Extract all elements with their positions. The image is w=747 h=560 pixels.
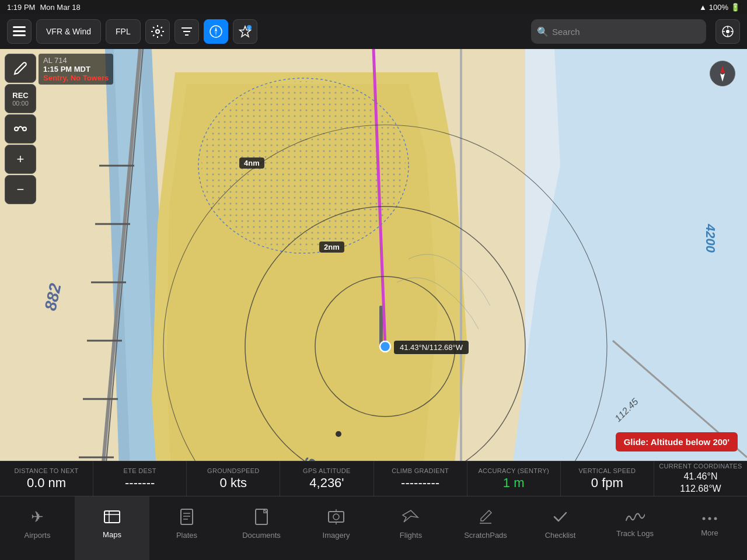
filter-button[interactable] bbox=[174, 19, 199, 44]
vertical-speed-cell: Vertical Speed 0 fpm bbox=[561, 461, 654, 496]
search-input[interactable] bbox=[531, 19, 706, 44]
svg-rect-57 bbox=[104, 511, 120, 523]
distance-to-next-label: Distance to Next bbox=[15, 467, 79, 474]
2nm-label: 2nm bbox=[319, 242, 344, 253]
imagery-label: Imagery bbox=[323, 531, 350, 540]
glide-alert: Glide: Altitude below 200' bbox=[616, 432, 738, 452]
tab-flights[interactable]: Flights bbox=[374, 496, 448, 560]
zoom-out-button[interactable]: − bbox=[5, 175, 36, 204]
vertical-speed-value: 0 fpm bbox=[591, 475, 623, 491]
climb-gradient-cell: Climb Gradient --------- bbox=[374, 461, 467, 496]
tab-checklist[interactable]: Checklist bbox=[523, 496, 598, 560]
imagery-icon bbox=[327, 508, 345, 528]
more-label: More bbox=[701, 528, 718, 537]
zoom-in-button[interactable]: + bbox=[5, 145, 36, 174]
layers-button[interactable] bbox=[7, 19, 32, 44]
status-left: 1:19 PM Mon Mar 18 bbox=[7, 3, 81, 12]
rec-button[interactable]: REC 00:00 bbox=[5, 84, 36, 113]
tab-bar: ✈ Airports Maps Plates bbox=[0, 496, 747, 560]
svg-point-68 bbox=[703, 517, 706, 520]
rec-label: REC bbox=[12, 91, 28, 100]
recent-button[interactable]: t bbox=[233, 19, 257, 44]
svg-point-3 bbox=[156, 30, 159, 33]
documents-icon bbox=[253, 508, 270, 528]
tab-imagery[interactable]: Imagery bbox=[299, 496, 374, 560]
battery-icon: 🔋 bbox=[731, 3, 740, 12]
groundspeed-value: 0 kts bbox=[220, 475, 247, 491]
svg-point-51 bbox=[336, 431, 341, 437]
climb-gradient-value: --------- bbox=[401, 475, 439, 491]
gps-altitude-label: GPS Altitude bbox=[303, 467, 351, 474]
gps-altitude-value: 4,236' bbox=[309, 475, 344, 491]
accuracy-label: Accuracy (Sentry) bbox=[478, 467, 549, 474]
map-view[interactable]: 882 4666 4200 112.45 4nm 2nm 41.43°N/112… bbox=[0, 49, 747, 461]
svg-point-69 bbox=[708, 517, 711, 520]
coordinate-tooltip: 41.43°N/112.68°W bbox=[394, 341, 469, 354]
svg-point-14 bbox=[726, 30, 729, 33]
accuracy-cell: Accuracy (Sentry) 1 m bbox=[467, 461, 561, 496]
svg-point-46 bbox=[380, 341, 390, 352]
svg-marker-9 bbox=[215, 32, 217, 36]
compass-button[interactable] bbox=[204, 19, 228, 44]
map-canvas: 882 4666 4200 112.45 bbox=[0, 49, 747, 461]
svg-rect-2 bbox=[13, 34, 26, 36]
search-icon: 🔍 bbox=[537, 26, 549, 37]
left-controls: REC 00:00 + − bbox=[0, 49, 41, 209]
4nm-label: 4nm bbox=[239, 158, 264, 169]
tracklogs-label: Track Logs bbox=[616, 529, 654, 538]
plates-label: Plates bbox=[176, 531, 197, 540]
maps-icon bbox=[103, 509, 121, 528]
tab-plates[interactable]: Plates bbox=[149, 496, 224, 560]
info-bar: Distance to Next 0.0 nm ETE Dest -------… bbox=[0, 461, 747, 496]
climb-gradient-label: Climb Gradient bbox=[392, 467, 449, 474]
groundspeed-cell: Groundspeed 0 kts bbox=[187, 461, 280, 496]
settings-button[interactable] bbox=[145, 19, 170, 44]
svg-rect-1 bbox=[13, 30, 26, 32]
top-navigation-bar: VFR & Wind FPL t 🔍 bbox=[0, 14, 747, 49]
location-button[interactable] bbox=[715, 19, 740, 44]
route-button[interactable] bbox=[5, 114, 36, 144]
ete-dest-cell: ETE Dest ------- bbox=[93, 461, 187, 496]
tab-tracklogs[interactable]: Track Logs bbox=[598, 496, 672, 560]
airports-label: Airports bbox=[25, 531, 51, 540]
plates-icon bbox=[179, 508, 195, 528]
maps-label: Maps bbox=[103, 530, 121, 539]
zoom-out-icon: − bbox=[17, 182, 25, 197]
svg-text:✈: ✈ bbox=[31, 508, 44, 526]
pencil-button[interactable] bbox=[5, 54, 36, 83]
checklist-icon bbox=[551, 508, 569, 528]
north-indicator bbox=[710, 61, 735, 86]
vfr-wind-button[interactable]: VFR & Wind bbox=[36, 19, 101, 44]
svg-marker-8 bbox=[215, 27, 217, 32]
tab-documents[interactable]: Documents bbox=[224, 496, 299, 560]
gps-icon: ▲ bbox=[699, 3, 707, 12]
svg-marker-52 bbox=[720, 65, 725, 74]
distance-to-next-value: 0.0 nm bbox=[27, 475, 66, 491]
svg-point-55 bbox=[23, 127, 26, 131]
tab-airports[interactable]: ✈ Airports bbox=[0, 496, 75, 560]
checklist-label: Checklist bbox=[545, 531, 576, 540]
vertical-speed-label: Vertical Speed bbox=[578, 467, 636, 474]
tab-scratchpads[interactable]: ScratchPads bbox=[448, 496, 523, 560]
ete-dest-value: ------- bbox=[125, 475, 155, 491]
svg-rect-58 bbox=[181, 509, 193, 524]
rec-time: 00:00 bbox=[12, 100, 29, 107]
scratchpads-label: ScratchPads bbox=[464, 531, 507, 540]
status-right: ▲ 100% 🔋 bbox=[699, 3, 740, 12]
tab-maps[interactable]: Maps bbox=[75, 496, 149, 560]
svg-point-54 bbox=[15, 127, 18, 131]
groundspeed-label: Groundspeed bbox=[207, 467, 259, 474]
tab-more[interactable]: More bbox=[672, 496, 747, 560]
al-label: AL 714 bbox=[43, 56, 109, 65]
vfr-wind-label: VFR & Wind bbox=[46, 27, 91, 36]
fpl-button[interactable]: FPL bbox=[106, 19, 141, 44]
current-date: Mon Mar 18 bbox=[40, 3, 80, 12]
battery-level: 100% bbox=[709, 3, 728, 12]
distance-to-next-cell: Distance to Next 0.0 nm bbox=[0, 461, 93, 496]
current-coordinates-label: Current Coordinates bbox=[659, 463, 742, 470]
map-overlay-info: AL 714 1:15 PM MDT Sentry, No Towers bbox=[39, 54, 113, 85]
flights-icon bbox=[402, 508, 420, 528]
gps-altitude-cell: GPS Altitude 4,236' bbox=[280, 461, 374, 496]
current-coordinates-cell: Current Coordinates 41.46°N112.68°W bbox=[654, 461, 747, 496]
accuracy-value: 1 m bbox=[503, 475, 525, 491]
